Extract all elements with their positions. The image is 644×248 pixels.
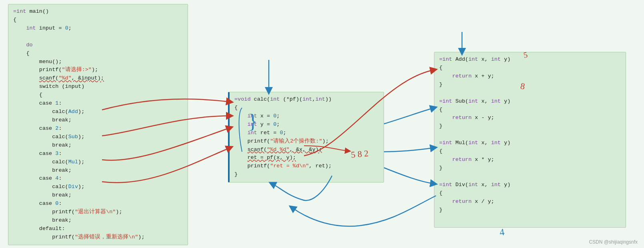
- arithmetic-functions-panel: =int Add(int x, int y) { return x + y; }…: [434, 52, 626, 228]
- watermark: CSDN @shijiaqingsnfx: [589, 239, 638, 245]
- arithmetic-code-block: =int Add(int x, int y) { return x + y; }…: [439, 56, 621, 214]
- svg-text:4: 4: [499, 227, 505, 238]
- calc-function-panel: =void calc(int (*pf)(int,int)) { int x =…: [228, 92, 384, 183]
- main-code-block: =int main() { int input = 0; do { menu()…: [13, 8, 183, 242]
- calc-code-block: =void calc(int (*pf)(int,int)) { int x =…: [234, 95, 379, 179]
- main-function-panel: =int main() { int input = 0; do { menu()…: [8, 4, 188, 245]
